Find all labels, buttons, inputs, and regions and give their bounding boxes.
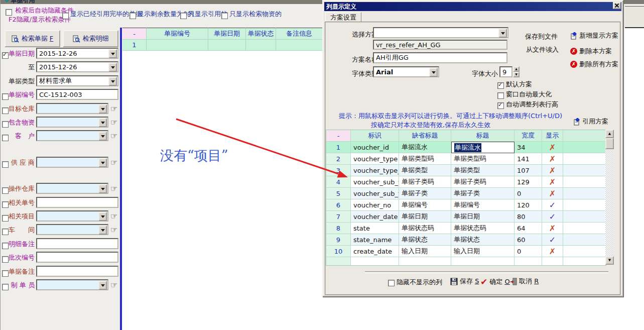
form-text-input[interactable] <box>36 266 118 277</box>
dropdown-button[interactable] <box>98 132 107 141</box>
dropdown-button[interactable] <box>98 158 107 167</box>
cancel-button[interactable]: 取消 R <box>510 277 539 286</box>
field-id-cell[interactable]: state_name <box>351 234 399 246</box>
show-flag-cell[interactable]: ✗ <box>542 176 563 188</box>
table-scrollbar[interactable]: ▲ ▼ <box>605 130 614 265</box>
dialog-option-checkbox[interactable] <box>497 90 504 100</box>
results-cell[interactable] <box>147 40 208 51</box>
form-text-input[interactable] <box>36 238 118 249</box>
scroll-up-button[interactable]: ▲ <box>605 130 614 138</box>
column-header[interactable]: 标题 <box>451 130 514 142</box>
row-number-cell[interactable]: 7 <box>326 211 351 223</box>
results-cell[interactable] <box>246 40 276 51</box>
select-plan-combobox[interactable] <box>373 27 508 38</box>
title-cell[interactable]: 单据类型码 <box>451 153 514 165</box>
dropdown-button[interactable] <box>98 212 107 221</box>
dropdown-button[interactable] <box>98 184 107 193</box>
pick-hand-icon[interactable]: ☞ <box>110 131 117 141</box>
form-combobox[interactable] <box>36 210 108 222</box>
title-cell[interactable]: 单据状态码 <box>451 223 514 234</box>
width-cell[interactable]: 60 <box>514 234 542 246</box>
results-cell[interactable] <box>276 40 323 51</box>
row-number-cell[interactable]: 5 <box>326 188 351 199</box>
scroll-down-button[interactable]: ▼ <box>605 256 614 265</box>
column-header[interactable]: 显示 <box>542 130 563 142</box>
dropdown-button[interactable] <box>98 281 107 290</box>
dropdown-button[interactable] <box>108 63 117 72</box>
row-number-cell[interactable]: 1 <box>326 142 351 153</box>
form-combobox[interactable] <box>36 157 108 168</box>
field-id-cell[interactable]: voucher_type_nam <box>351 165 399 176</box>
tab-plan-settings[interactable]: 方案设置 <box>325 12 361 23</box>
title-cell[interactable]: 单据编号 <box>451 199 514 211</box>
results-col-index[interactable]: - <box>122 28 147 40</box>
default-title-cell[interactable]: 单据子类码 <box>399 176 451 188</box>
show-flag-cell[interactable]: ✗ <box>542 188 563 199</box>
column-header[interactable]: - <box>326 130 351 142</box>
width-cell[interactable]: 34 <box>514 142 542 153</box>
form-combobox[interactable] <box>36 183 108 194</box>
plan-name-input[interactable]: AH引用GG <box>373 52 507 63</box>
form-combobox[interactable]: 材料需求单 <box>36 75 118 86</box>
form-text-input[interactable] <box>36 252 118 263</box>
pick-hand-icon[interactable]: ☞ <box>110 184 117 193</box>
results-col-state[interactable]: 单据状态 <box>246 28 276 40</box>
save-button[interactable]: 保存 S <box>450 277 479 286</box>
table-row[interactable]: 5voucher_sub_type单据子类单据子类0✗ <box>326 188 606 199</box>
show-flag-cell[interactable]: ✗ <box>542 246 563 257</box>
show-flag-cell[interactable]: ✗ <box>542 223 563 234</box>
table-row[interactable]: 2voucher_type单据类型码单据类型码141✗ <box>326 153 606 165</box>
hide-hidden-columns-checkbox[interactable] <box>388 278 395 287</box>
show-flag-cell[interactable]: ✓ <box>542 234 563 246</box>
field-id-cell[interactable]: voucher_sub_type <box>351 188 399 199</box>
row-number-cell[interactable]: 8 <box>326 223 351 234</box>
default-title-cell[interactable]: 单据状态 <box>399 234 451 246</box>
row-number-cell[interactable]: 4 <box>326 176 351 188</box>
width-cell[interactable]: 0 <box>514 246 542 257</box>
table-row[interactable]: 6voucher_no单据编号单据编号120✓ <box>326 199 606 211</box>
default-title-cell[interactable]: 单据流水 <box>399 142 451 153</box>
table-row[interactable]: 10create_date输入日期输入日期0✗ <box>326 246 606 257</box>
results-col-remark[interactable]: 备注信息 <box>276 28 323 40</box>
default-title-cell[interactable]: 单据类型码 <box>399 153 451 165</box>
form-combobox[interactable] <box>36 103 108 114</box>
show-flag-cell[interactable]: ✗ <box>542 153 563 165</box>
field-id-cell[interactable]: voucher_sub_type <box>351 176 399 188</box>
toolbar-checkbox[interactable] <box>130 11 136 20</box>
row-number-cell[interactable]: 6 <box>326 199 351 211</box>
load-from-file-link[interactable]: 从文件读入 <box>526 45 559 54</box>
width-cell[interactable]: 141 <box>514 153 542 165</box>
width-cell[interactable]: 0 <box>514 188 542 199</box>
form-combobox[interactable]: 2015-12-26 <box>36 61 118 72</box>
pick-hand-icon[interactable]: ☞ <box>110 158 117 167</box>
dialog-titlebar[interactable]: 列显示定义 <box>324 2 621 11</box>
dropdown-button[interactable] <box>98 226 107 235</box>
row-number-cell[interactable]: 10 <box>326 246 351 257</box>
show-flag-cell[interactable]: ✗ <box>542 142 563 153</box>
field-id-cell[interactable]: voucher_date <box>351 211 399 223</box>
delete-plan-button[interactable]: ✗ 删除本方案 <box>570 47 612 56</box>
default-title-cell[interactable]: 单据状态码 <box>399 223 451 234</box>
column-header[interactable]: 缺省标题 <box>399 130 451 142</box>
default-title-cell[interactable]: 单据类型 <box>399 165 451 176</box>
dropdown-button[interactable] <box>108 77 117 86</box>
show-flag-cell[interactable]: ✓ <box>542 211 563 223</box>
title-cell[interactable]: 输入日期 <box>451 246 514 257</box>
form-text-input[interactable]: CC-1512-003 <box>36 89 118 100</box>
apply-plan-button[interactable]: 引用方案 <box>573 117 608 126</box>
field-id-cell[interactable]: voucher_no <box>351 199 399 211</box>
form-combobox[interactable] <box>36 130 108 141</box>
title-cell[interactable]: 单据子类 <box>451 188 514 199</box>
results-col-voucher-date[interactable]: 单据日期 <box>208 28 246 40</box>
font-type-combobox[interactable]: Arial <box>373 66 439 77</box>
width-cell[interactable]: 120 <box>514 199 542 211</box>
toolbar-checkbox[interactable] <box>221 11 228 20</box>
form-text-input[interactable] <box>36 197 118 208</box>
dropdown-button[interactable] <box>498 29 507 38</box>
column-header[interactable]: 宽度 <box>514 130 542 142</box>
table-row[interactable]: 1voucher_id单据流水单据流水34✗ <box>326 142 606 153</box>
pick-hand-icon[interactable]: ☞ <box>110 225 117 235</box>
default-title-cell[interactable]: 单据日期 <box>399 211 451 223</box>
spinner-down-button[interactable]: ▼ <box>513 72 520 77</box>
dropdown-button[interactable] <box>98 118 107 127</box>
